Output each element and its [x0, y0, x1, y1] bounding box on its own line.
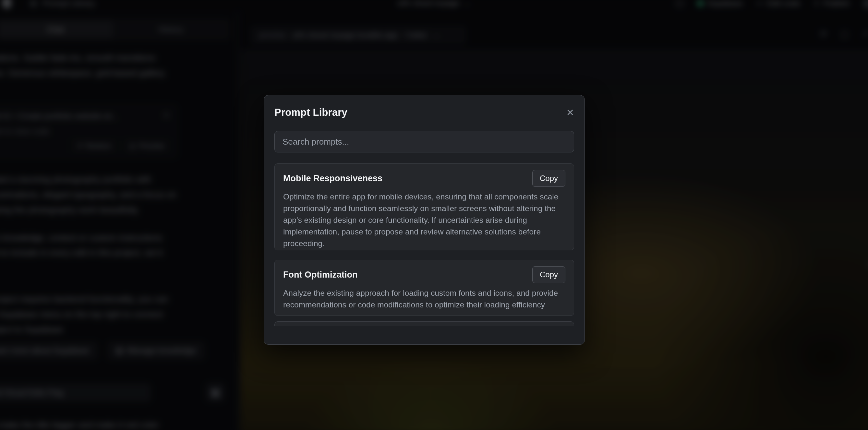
copy-button[interactable]: Copy: [532, 266, 565, 283]
prompt-card-body: Optimize the entire app for mobile devic…: [283, 191, 565, 249]
prompt-card-header: Font Optimization Copy: [283, 266, 565, 283]
modal-header: Prompt Library ✕: [274, 105, 574, 120]
modal-title: Prompt Library: [274, 107, 347, 118]
prompt-card-title: Mobile Responsiveness: [283, 174, 382, 184]
prompt-library-modal: Prompt Library ✕ Mobile Responsiveness C…: [264, 95, 585, 345]
copy-button[interactable]: Copy: [532, 170, 565, 187]
prompt-card-header: Mobile Responsiveness Copy: [283, 170, 565, 187]
app-window: ▤ Prompt Library urfc cloud voyage ⌄ i S…: [0, 0, 868, 430]
prompt-card: Mobile Responsiveness Copy Optimize the …: [274, 163, 574, 250]
prompt-card-title: Font Optimization: [283, 270, 358, 280]
prompt-card-body: Analyze the existing approach for loadin…: [283, 287, 565, 311]
prompt-card: Font Optimization Copy Analyze the exist…: [274, 260, 574, 316]
search-input[interactable]: [274, 131, 574, 152]
modal-close-button[interactable]: ✕: [566, 108, 574, 117]
prompt-list: Mobile Responsiveness Copy Optimize the …: [274, 163, 574, 326]
prompt-card-partial[interactable]: [274, 321, 574, 326]
